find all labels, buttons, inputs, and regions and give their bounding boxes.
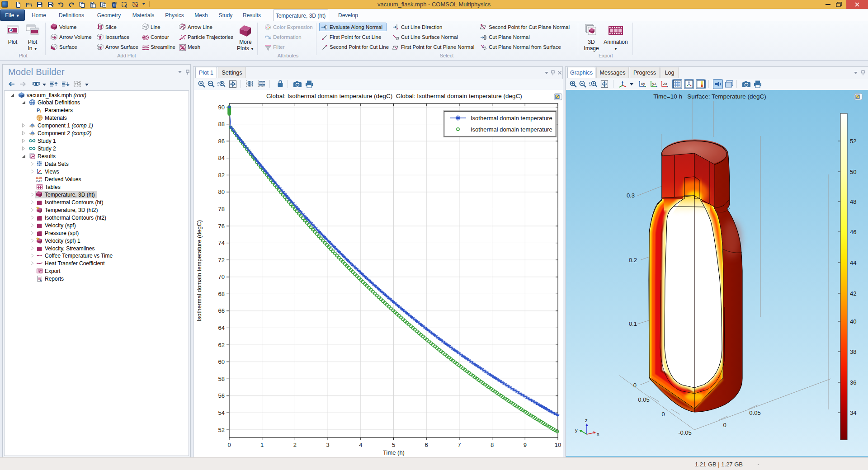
svg-text:10: 10 — [555, 442, 561, 448]
svg-text:Isothermal domain temperature: Isothermal domain temperature (degC) — [196, 220, 203, 321]
svg-text:z: z — [585, 418, 588, 423]
svg-text:7: 7 — [458, 442, 461, 448]
svg-text:40: 40 — [850, 318, 856, 325]
svg-text:62: 62 — [218, 342, 225, 348]
svg-text:Time (h): Time (h) — [383, 449, 405, 456]
svg-text:P: P — [37, 108, 40, 113]
svg-text:8.85: 8.85 — [36, 176, 42, 179]
svg-text:0.05: 0.05 — [638, 396, 649, 403]
svg-text:*: * — [37, 245, 39, 250]
svg-text:42: 42 — [850, 290, 856, 297]
svg-text:zx: zx — [663, 81, 668, 86]
svg-text:64: 64 — [218, 324, 225, 331]
svg-text:74: 74 — [218, 240, 225, 246]
svg-text:-0.05: -0.05 — [678, 429, 692, 436]
svg-text:36: 36 — [850, 379, 856, 386]
svg-text:70: 70 — [218, 273, 225, 280]
svg-text:Isothermal domain temperature: Isothermal domain temperature — [471, 115, 552, 122]
svg-text:58: 58 — [218, 376, 225, 382]
svg-text:3: 3 — [326, 442, 329, 448]
svg-text:44: 44 — [850, 259, 856, 266]
svg-text:52: 52 — [218, 427, 225, 433]
svg-text:4: 4 — [359, 442, 362, 448]
svg-text:84: 84 — [218, 155, 225, 161]
svg-text:5: 5 — [392, 442, 395, 448]
svg-text:Time=10 h Surface: Temperatu: Time=10 h Surface: Temperature (degC) — [653, 93, 766, 100]
svg-text:0.1: 0.1 — [629, 320, 637, 327]
svg-text:y: y — [575, 428, 578, 433]
svg-text:0: 0 — [227, 442, 231, 448]
svg-text:*: * — [37, 214, 39, 219]
svg-text:0: 0 — [661, 411, 665, 418]
svg-text:8: 8 — [491, 442, 494, 448]
svg-text:0: 0 — [723, 422, 726, 428]
svg-text:i: i — [40, 109, 41, 113]
svg-text:50: 50 — [850, 169, 856, 175]
svg-text:54: 54 — [218, 409, 225, 416]
svg-text:0.05: 0.05 — [749, 409, 760, 416]
svg-text:72: 72 — [218, 257, 225, 263]
svg-text:90: 90 — [218, 104, 225, 111]
svg-text:Isothermal domain temperature: Isothermal domain temperature — [471, 126, 552, 133]
svg-text:2: 2 — [293, 442, 297, 448]
svg-text:0.3: 0.3 — [627, 192, 635, 199]
svg-text:0.2: 0.2 — [629, 257, 637, 263]
svg-text:78: 78 — [218, 206, 225, 212]
svg-text:*: * — [37, 222, 39, 227]
svg-text:0: 0 — [633, 382, 637, 389]
svg-text:68: 68 — [218, 291, 225, 297]
svg-text:60: 60 — [218, 358, 225, 365]
svg-text:38: 38 — [850, 348, 856, 355]
svg-text:80: 80 — [218, 188, 225, 195]
svg-text:6: 6 — [425, 442, 428, 448]
svg-text:66: 66 — [218, 307, 225, 314]
svg-text:46: 46 — [850, 229, 856, 235]
svg-text:*: * — [37, 199, 39, 204]
svg-text:88: 88 — [218, 121, 225, 127]
svg-text:Global: Isothermal domain temp: Global: Isothermal domain temperature (d… — [266, 93, 522, 99]
svg-text:52: 52 — [850, 138, 856, 145]
svg-text:yz: yz — [652, 81, 657, 86]
svg-text:76: 76 — [218, 223, 225, 230]
svg-text:56: 56 — [218, 392, 225, 399]
svg-text:xy: xy — [641, 81, 646, 86]
svg-text:*: * — [37, 230, 39, 235]
svg-text:e-12: e-12 — [36, 179, 42, 183]
svg-text:x: x — [597, 431, 599, 437]
svg-text:1: 1 — [260, 442, 264, 448]
svg-text:82: 82 — [218, 172, 225, 179]
svg-text:86: 86 — [218, 138, 225, 145]
svg-text:34: 34 — [850, 409, 856, 416]
svg-text:48: 48 — [850, 198, 856, 205]
svg-text:9: 9 — [524, 442, 527, 448]
